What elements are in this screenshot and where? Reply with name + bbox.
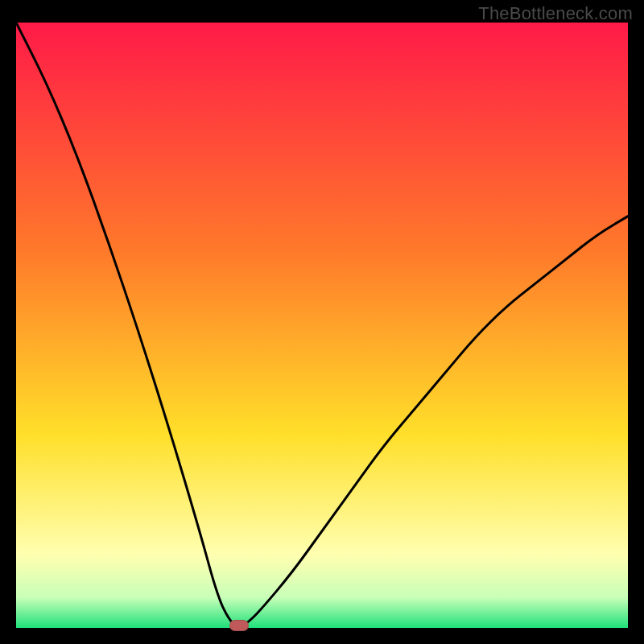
plot-background (16, 23, 628, 628)
plot-area (16, 23, 628, 628)
plot-svg (16, 23, 628, 628)
optimal-marker (229, 620, 249, 631)
chart-frame: TheBottleneck.com (0, 0, 644, 644)
watermark-text: TheBottleneck.com (478, 3, 633, 24)
